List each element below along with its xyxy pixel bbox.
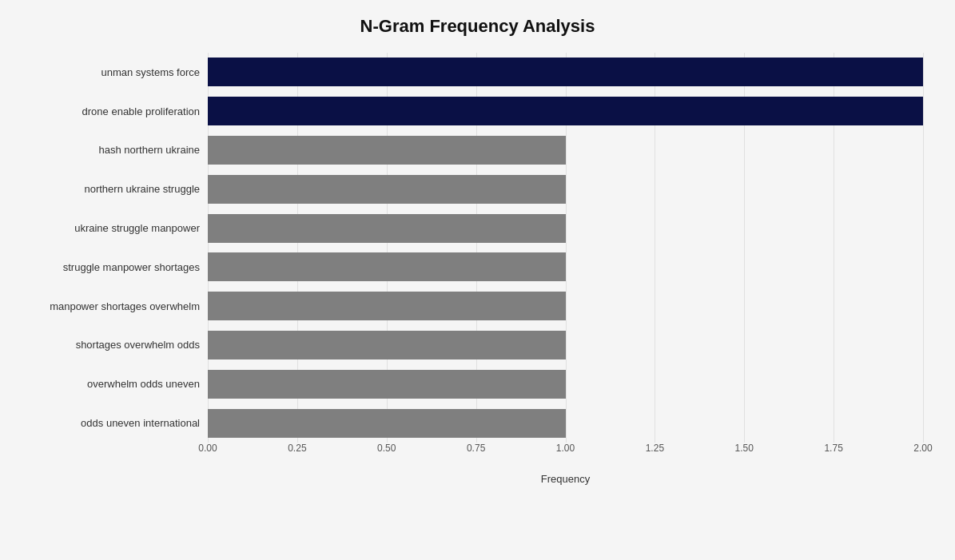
bar bbox=[208, 58, 923, 86]
bar-row bbox=[208, 210, 923, 247]
bar bbox=[208, 175, 566, 204]
x-axis-label: Frequency bbox=[208, 473, 923, 485]
grid-line bbox=[923, 53, 924, 443]
bar-row bbox=[208, 132, 923, 169]
bar bbox=[208, 97, 923, 125]
bar bbox=[208, 331, 566, 359]
x-tick: 1.25 bbox=[646, 443, 664, 454]
chart-title: N-Gram Frequency Analysis bbox=[32, 16, 923, 37]
y-label: struggle manpower shortages bbox=[32, 262, 200, 272]
bar-row bbox=[208, 54, 923, 90]
y-label: odds uneven international bbox=[32, 418, 200, 428]
y-label: overwhelm odds uneven bbox=[32, 379, 200, 389]
y-label: northern ukraine struggle bbox=[32, 184, 200, 194]
bar-row bbox=[208, 288, 923, 324]
bar-row bbox=[208, 405, 923, 442]
x-tick: 1.00 bbox=[556, 443, 575, 454]
y-label: hash northern ukraine bbox=[32, 145, 200, 155]
y-label: shortages overwhelm odds bbox=[32, 340, 200, 350]
y-label: manpower shortages overwhelm bbox=[32, 301, 200, 312]
bar bbox=[208, 409, 566, 438]
x-tick: 0.00 bbox=[198, 443, 217, 454]
y-labels: unman systems forcedrone enable prolifer… bbox=[32, 53, 208, 443]
bar bbox=[208, 136, 566, 165]
bar-row bbox=[208, 171, 923, 208]
x-tick: 0.75 bbox=[467, 443, 485, 454]
x-tick: 0.50 bbox=[377, 443, 396, 454]
x-tick: 1.50 bbox=[735, 443, 754, 454]
y-label: unman systems force bbox=[32, 67, 200, 77]
bar-row bbox=[208, 366, 923, 403]
bar-row bbox=[208, 327, 923, 363]
bar bbox=[208, 292, 566, 320]
bar-row bbox=[208, 248, 923, 285]
bar bbox=[208, 252, 566, 281]
chart-container: N-Gram Frequency Analysis unman systems … bbox=[0, 0, 955, 560]
y-label: ukraine struggle manpower bbox=[32, 223, 200, 233]
bar bbox=[208, 214, 566, 243]
x-tick: 0.25 bbox=[288, 443, 306, 454]
x-tick: 2.00 bbox=[913, 443, 932, 454]
x-tick: 1.75 bbox=[824, 443, 842, 454]
x-axis: 0.000.250.500.751.001.251.501.752.00 bbox=[208, 443, 923, 459]
bars-section: unman systems forcedrone enable prolifer… bbox=[32, 53, 923, 443]
bars-area bbox=[208, 53, 923, 443]
bar bbox=[208, 370, 566, 399]
bar-row bbox=[208, 93, 923, 129]
y-label: drone enable proliferation bbox=[32, 106, 200, 117]
chart-area: unman systems forcedrone enable prolifer… bbox=[32, 53, 923, 485]
